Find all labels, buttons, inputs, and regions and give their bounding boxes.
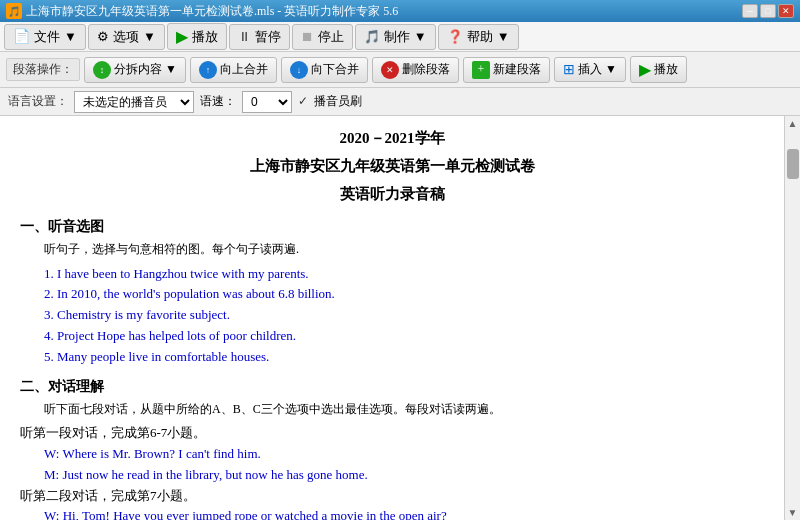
split-label: 分拆内容 — [114, 61, 162, 78]
new-para-icon: + — [472, 61, 490, 79]
split-icon: ↕ — [93, 61, 111, 79]
file-icon: 📄 — [13, 28, 30, 45]
file-menu-label: 文件 — [34, 28, 60, 46]
split-content-button[interactable]: ↕ 分拆内容 ▼ — [84, 57, 186, 83]
merge-up-icon: ↑ — [199, 61, 217, 79]
options-label: 选项 — [113, 28, 139, 46]
document-title-3: 英语听力录音稿 — [20, 182, 764, 206]
window-title: 上海市静安区九年级英语第一单元检测试卷.mls - 英语听力制作专家 5.6 — [26, 3, 398, 20]
stop-menu[interactable]: ⏹ 停止 — [292, 24, 353, 50]
dialog2-line1: W: Hi, Tom! Have you ever jumped rope or… — [44, 506, 764, 520]
delete-paragraph-button[interactable]: ✕ 删除段落 — [372, 57, 459, 83]
line-4: 4. Project Hope has helped lots of poor … — [44, 326, 764, 347]
toolbar-play-button[interactable]: ▶ 播放 — [630, 56, 687, 83]
line-3: 3. Chemistry is my favorite subject. — [44, 305, 764, 326]
play-menu[interactable]: ▶ 播放 — [167, 23, 227, 50]
refresh-text: 播音员刷 — [314, 93, 362, 110]
produce-menu[interactable]: 🎵 制作 ▼ — [355, 24, 436, 50]
menu-bar: 📄 文件 ▼ ⚙ 选项 ▼ ▶ 播放 ⏸ 暂停 ⏹ 停止 🎵 制作 ▼ ❓ 帮助… — [0, 22, 800, 52]
options-menu[interactable]: ⚙ 选项 ▼ — [88, 24, 165, 50]
play-icon: ▶ — [176, 27, 188, 46]
main-content: 2020－2021学年 上海市静安区九年级英语第一单元检测试卷 英语听力录音稿 … — [0, 116, 784, 520]
merge-down-icon: ↓ — [290, 61, 308, 79]
help-arrow: ▼ — [497, 29, 510, 45]
scrollbar[interactable]: ▲ ▼ — [784, 116, 800, 520]
file-menu[interactable]: 📄 文件 ▼ — [4, 24, 86, 50]
line-2: 2. In 2010, the world's population was a… — [44, 284, 764, 305]
merge-down-button[interactable]: ↓ 向下合并 — [281, 57, 368, 83]
insert-label: 插入 — [578, 61, 602, 78]
dialog1-line1: W: Where is Mr. Brown? I can't find him. — [44, 444, 764, 465]
merge-down-label: 向下合并 — [311, 61, 359, 78]
paragraph-toolbar: 段落操作： ↕ 分拆内容 ▼ ↑ 向上合并 ↓ 向下合并 ✕ 删除段落 + 新建… — [0, 52, 800, 88]
close-button[interactable]: ✕ — [778, 4, 794, 18]
stop-label: 停止 — [318, 28, 344, 46]
section2-header: 二、对话理解 — [20, 376, 764, 398]
section2-sub: 听下面七段对话，从题中所给的A、B、C三个选项中选出最佳选项。每段对话读两遍。 — [44, 400, 764, 419]
app-icon: 🎵 — [6, 3, 22, 19]
speed-select[interactable]: 0 — [242, 91, 292, 113]
paragraph-label: 段落操作： — [6, 58, 80, 81]
options-arrow: ▼ — [143, 29, 156, 45]
insert-arrow: ▼ — [605, 62, 617, 77]
play-label: 播放 — [192, 28, 218, 46]
insert-button[interactable]: ⊞ 插入 ▼ — [554, 57, 626, 82]
pause-icon: ⏸ — [238, 29, 251, 45]
line-1: 1. I have been to Hangzhou twice with my… — [44, 264, 764, 285]
merge-up-label: 向上合并 — [220, 61, 268, 78]
help-label: 帮助 — [467, 28, 493, 46]
help-icon: ❓ — [447, 29, 463, 45]
maximize-button[interactable]: □ — [760, 4, 776, 18]
title-bar: 🎵 上海市静安区九年级英语第一单元检测试卷.mls - 英语听力制作专家 5.6… — [0, 0, 800, 22]
section1-header: 一、听音选图 — [20, 216, 764, 238]
produce-label: 制作 — [384, 28, 410, 46]
new-paragraph-button[interactable]: + 新建段落 — [463, 57, 550, 83]
merge-up-button[interactable]: ↑ 向上合并 — [190, 57, 277, 83]
file-menu-arrow: ▼ — [64, 29, 77, 45]
document-title-1: 2020－2021学年 — [20, 126, 764, 150]
stop-icon: ⏹ — [301, 29, 314, 45]
section1-sub: 听句子，选择与句意相符的图。每个句子读两遍. — [44, 240, 764, 259]
content-area: 2020－2021学年 上海市静安区九年级英语第一单元检测试卷 英语听力录音稿 … — [0, 116, 800, 520]
section2-sub2: 听第一段对话，完成第6-7小题。 — [20, 423, 764, 444]
speed-label: 语速： — [200, 93, 236, 110]
pause-menu[interactable]: ⏸ 暂停 — [229, 24, 290, 50]
language-label: 语言设置： — [8, 93, 68, 110]
scrollbar-thumb[interactable] — [787, 149, 799, 179]
pause-label: 暂停 — [255, 28, 281, 46]
toolbar-play-icon: ▶ — [639, 60, 651, 79]
delete-icon: ✕ — [381, 61, 399, 79]
new-para-label: 新建段落 — [493, 61, 541, 78]
section2-sub3: 听第二段对话，完成第7小题。 — [20, 486, 764, 507]
toolbar-play-label: 播放 — [654, 61, 678, 78]
options-icon: ⚙ — [97, 29, 109, 45]
document-title-2: 上海市静安区九年级英语第一单元检测试卷 — [20, 154, 764, 178]
delete-label: 删除段落 — [402, 61, 450, 78]
produce-arrow: ▼ — [414, 29, 427, 45]
minimize-button[interactable]: ─ — [742, 4, 758, 18]
music-icon: 🎵 — [364, 29, 380, 45]
split-arrow: ▼ — [165, 62, 177, 77]
refresh-label: ✓ — [298, 94, 308, 109]
speaker-select[interactable]: 未选定的播音员 — [74, 91, 194, 113]
dialog1-line2: M: Just now he read in the library, but … — [44, 465, 764, 486]
help-menu[interactable]: ❓ 帮助 ▼ — [438, 24, 519, 50]
insert-icon: ⊞ — [563, 61, 575, 78]
line-5: 5. Many people live in comfortable house… — [44, 347, 764, 368]
settings-bar: 语言设置： 未选定的播音员 语速： 0 ✓ 播音员刷 — [0, 88, 800, 116]
